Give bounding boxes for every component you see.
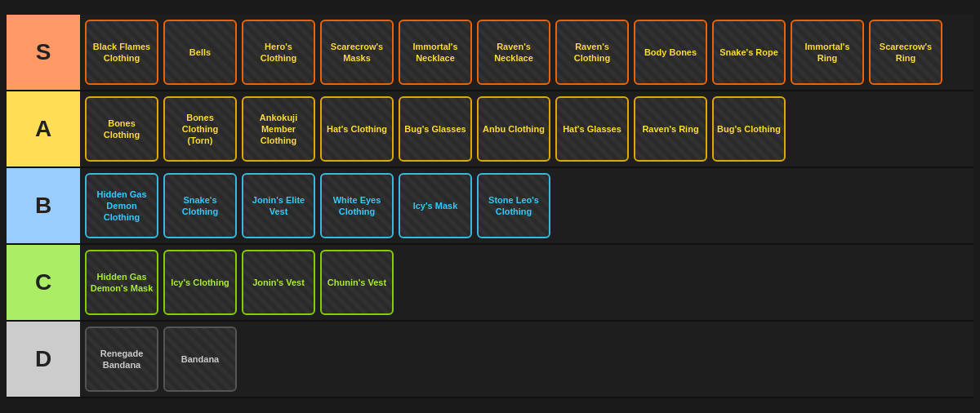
item-card[interactable]: Raven's Ring <box>634 96 707 162</box>
item-card[interactable]: Immortal's Necklace <box>399 20 472 85</box>
item-card[interactable]: Scarecrow's Masks <box>320 20 394 85</box>
tier-list: SBlack Flames ClothingBellsHero's Clothi… <box>7 15 973 398</box>
item-card[interactable]: Ankokuji Member Clothing <box>242 96 315 162</box>
item-card[interactable]: Snake's Clothing <box>163 173 237 238</box>
item-card[interactable]: Icy's Clothing <box>163 250 237 315</box>
item-card[interactable]: White Eyes Clothing <box>320 173 394 238</box>
item-card[interactable]: Bones Clothing (Torn) <box>163 96 237 162</box>
tier-label-d: D <box>7 322 80 397</box>
item-card[interactable]: Bug's Glasses <box>399 96 472 162</box>
tier-row-s: SBlack Flames ClothingBellsHero's Clothi… <box>7 15 973 91</box>
item-card[interactable]: Hat's Glasses <box>555 96 629 162</box>
item-card[interactable]: Bandana <box>163 326 237 392</box>
item-card[interactable]: Hidden Gas Demon's Mask <box>85 250 158 315</box>
tier-label-s: S <box>7 15 80 90</box>
item-card[interactable]: Renegade Bandana <box>85 326 158 392</box>
tier-row-d: DRenegade BandanaBandana <box>7 322 973 398</box>
item-card[interactable]: Snake's Rope <box>712 20 786 85</box>
item-card[interactable]: Hero's Clothing <box>242 20 315 85</box>
tier-row-b: BHidden Gas Demon ClothingSnake's Clothi… <box>7 168 973 245</box>
item-card[interactable]: Icy's Mask <box>399 173 472 238</box>
item-card[interactable]: Black Flames Clothing <box>85 20 158 85</box>
item-card[interactable]: Body Bones <box>634 20 707 85</box>
tier-items-s: Black Flames ClothingBellsHero's Clothin… <box>80 15 973 90</box>
tier-items-d: Renegade BandanaBandana <box>80 322 973 397</box>
item-card[interactable]: Bug's Clothing <box>712 96 786 162</box>
tier-items-c: Hidden Gas Demon's MaskIcy's ClothingJon… <box>80 245 973 320</box>
item-card[interactable]: Jonin's Vest <box>242 250 315 315</box>
item-card[interactable]: Immortal's Ring <box>791 20 864 85</box>
item-card[interactable]: Hat's Clothing <box>320 96 394 162</box>
item-card[interactable]: Bells <box>163 20 237 85</box>
tier-row-a: ABones ClothingBones Clothing (Torn)Anko… <box>7 91 973 168</box>
tier-label-c: C <box>7 245 80 320</box>
tier-items-b: Hidden Gas Demon ClothingSnake's Clothin… <box>80 168 973 243</box>
item-card[interactable]: Jonin's Elite Vest <box>242 173 315 238</box>
item-card[interactable]: Raven's Clothing <box>555 20 629 85</box>
item-card[interactable]: Bones Clothing <box>85 96 158 162</box>
tier-row-c: CHidden Gas Demon's MaskIcy's ClothingJo… <box>7 245 973 322</box>
item-card[interactable]: Chunin's Vest <box>320 250 394 315</box>
tier-label-b: B <box>7 168 80 243</box>
item-card[interactable]: Scarecrow's Ring <box>869 20 942 85</box>
tier-items-a: Bones ClothingBones Clothing (Torn)Ankok… <box>80 91 973 167</box>
item-card[interactable]: Raven's Necklace <box>477 20 550 85</box>
item-card[interactable]: Stone Leo's Clothing <box>477 173 550 238</box>
item-card[interactable]: Hidden Gas Demon Clothing <box>85 173 158 238</box>
item-card[interactable]: Anbu Clothing <box>477 96 550 162</box>
tier-label-a: A <box>7 91 80 167</box>
